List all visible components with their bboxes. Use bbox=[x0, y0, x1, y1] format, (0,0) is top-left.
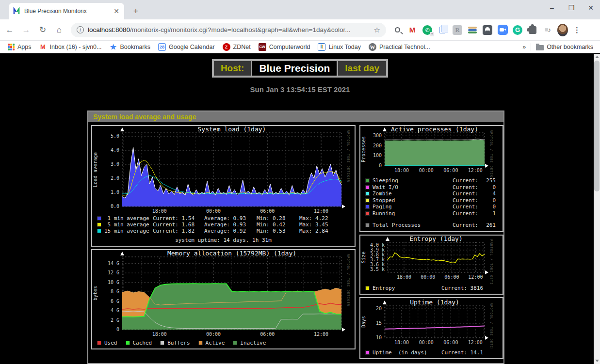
svg-text:00:00: 00:00 bbox=[421, 274, 435, 280]
url-host: localhost:8080 bbox=[88, 26, 130, 33]
svg-text:12:00: 12:00 bbox=[314, 332, 328, 337]
books-extension-icon[interactable] bbox=[467, 25, 478, 35]
svg-text:8 G: 8 G bbox=[111, 289, 119, 294]
address-bar[interactable]: i localhost:8080/monitorix-cgi/monitorix… bbox=[71, 23, 386, 37]
r-extension-icon[interactable]: R bbox=[452, 25, 463, 35]
bookmark-bookmarks[interactable]: ★Bookmarks bbox=[110, 43, 151, 51]
grammarly-extension-icon[interactable]: G bbox=[512, 25, 523, 35]
profile-avatar[interactable] bbox=[557, 25, 568, 35]
star-icon: ★ bbox=[110, 43, 117, 51]
media-queue-button[interactable]: ≡♪ bbox=[542, 25, 553, 35]
copy-pages-extension-icon[interactable] bbox=[437, 25, 448, 35]
svg-text:100: 100 bbox=[373, 153, 382, 158]
svg-text:Days: Days bbox=[361, 316, 366, 327]
wordpress-icon: W bbox=[369, 43, 376, 51]
bookmark-inbox[interactable]: MInbox (16) - sjvn0... bbox=[39, 43, 102, 51]
active-processes-graph[interactable]: 18:0000:0006:0012:000100200300Active pro… bbox=[360, 126, 502, 177]
section-title: System load average and usage bbox=[88, 111, 503, 122]
host-name[interactable]: Blue Precision bbox=[252, 61, 337, 76]
legend-row-1min: 1 min averageCurrent: 1.54Average: 0.93M… bbox=[92, 215, 355, 222]
pocket-extension-icon[interactable] bbox=[482, 25, 493, 35]
bookmark-practical-technology[interactable]: WPractical Technol... bbox=[369, 43, 430, 51]
window-minimize-button[interactable]: – bbox=[548, 4, 556, 12]
window-maximize-button[interactable]: ❒ bbox=[567, 4, 576, 12]
svg-text:0.0: 0.0 bbox=[111, 204, 119, 209]
svg-text:00:00: 00:00 bbox=[419, 168, 434, 173]
bookmark-google-calendar[interactable]: 28Google Calendar bbox=[158, 43, 215, 51]
swatch-buffers bbox=[160, 341, 164, 345]
memory-allocation-graph[interactable]: 18:0000:0006:0012:0002 G4 G6 G8 G10 G12 … bbox=[92, 250, 353, 338]
bookmark-computerworld[interactable]: CWComputerworld bbox=[259, 43, 310, 51]
bookmark-zdnet[interactable]: ZZDNet bbox=[223, 43, 251, 51]
scrollbar-thumb[interactable] bbox=[594, 61, 600, 191]
svg-text:18:00: 18:00 bbox=[152, 208, 167, 214]
other-bookmarks-folder[interactable]: Other bookmarks bbox=[536, 44, 593, 50]
page-date: Sun Jan 3 13:54:15 EST 2021 bbox=[0, 85, 600, 94]
back-button[interactable]: ← bbox=[3, 23, 16, 37]
svg-text:4.0: 4.0 bbox=[111, 147, 119, 153]
video-camera-icon bbox=[498, 25, 508, 35]
r-badge-icon: R bbox=[453, 25, 462, 35]
browser-tab[interactable]: Blue Precision Monitorix ✕ bbox=[9, 3, 124, 19]
copy-icon bbox=[439, 27, 445, 33]
svg-text:5.0: 5.0 bbox=[111, 133, 119, 139]
svg-text:14 G: 14 G bbox=[108, 261, 119, 266]
svg-text:12:00: 12:00 bbox=[468, 340, 483, 345]
proc-legend-total: Total ProcessesCurrent:261 bbox=[360, 222, 503, 229]
entropy-legend: Entropy Current: 3816 bbox=[360, 285, 503, 291]
scroll-up-button[interactable] bbox=[594, 54, 600, 60]
zoom-extension-icon[interactable] bbox=[497, 25, 508, 35]
grammarly-g-icon: G bbox=[513, 25, 522, 35]
gmail-extension-icon[interactable]: M bbox=[407, 25, 418, 35]
magnifier-icon bbox=[395, 27, 400, 32]
new-tab-button[interactable]: + bbox=[130, 6, 142, 17]
entropy-graph[interactable]: 18:0000:0006:0012:003.5 k3.6 k3.7 k3.8 k… bbox=[360, 236, 502, 284]
forward-button[interactable]: → bbox=[19, 23, 33, 37]
active-processes-panel: 18:0000:0006:0012:000100200300Active pro… bbox=[359, 125, 503, 232]
svg-text:Processes: Processes bbox=[361, 136, 366, 162]
entropy-panel: 18:0000:0006:0012:003.5 k3.6 k3.7 k3.8 k… bbox=[359, 235, 503, 295]
system-section-frame: System load average and usage 18:0000:00… bbox=[87, 111, 504, 364]
site-info-icon[interactable]: i bbox=[77, 26, 84, 33]
linux-today-icon: lt bbox=[318, 43, 325, 51]
folder-icon bbox=[536, 45, 544, 50]
computerworld-icon: CW bbox=[259, 43, 266, 51]
apps-grid-icon bbox=[8, 44, 15, 50]
svg-text:2 G: 2 G bbox=[111, 317, 119, 323]
extensions-puzzle-button[interactable] bbox=[527, 25, 538, 35]
browser-menu-button[interactable]: ⋮ bbox=[573, 26, 581, 34]
bookmarks-overflow-chevron[interactable]: » bbox=[522, 44, 526, 50]
page-scrollbar[interactable] bbox=[594, 54, 600, 364]
hangouts-extension-icon[interactable]: ✆? bbox=[422, 25, 433, 35]
svg-text:00:00: 00:00 bbox=[206, 332, 221, 337]
bookmark-linux-today[interactable]: ltLinux Today bbox=[318, 43, 361, 51]
svg-text:Entropy (1day): Entropy (1day) bbox=[409, 236, 463, 242]
url-text[interactable]: localhost:8080/monitorix-cgi/monitorix.c… bbox=[88, 26, 370, 33]
svg-text:Size: Size bbox=[361, 251, 366, 263]
proc-legend-waitio: Wait I/OCurrent:0 bbox=[360, 184, 503, 191]
system-load-graph[interactable]: 18:0000:0006:0012:000.01.02.03.04.05.0Sy… bbox=[92, 126, 353, 215]
svg-text:06:00: 06:00 bbox=[444, 274, 459, 280]
time-range-label[interactable]: last day bbox=[338, 61, 386, 76]
window-close-button[interactable]: ✕ bbox=[586, 4, 595, 12]
svg-text:10: 10 bbox=[376, 335, 382, 340]
bookmark-star-icon[interactable]: ☆ bbox=[374, 26, 380, 34]
svg-text:06:00: 06:00 bbox=[260, 332, 275, 337]
svg-text:Memory allocation (15792MB) (: Memory allocation (15792MB) (1day) bbox=[167, 250, 296, 257]
tab-close-icon[interactable]: ✕ bbox=[113, 7, 120, 15]
gmail-m-icon: M bbox=[409, 26, 416, 34]
uptime-panel: 18:0000:0006:0012:00101520Uptime (1day)D… bbox=[359, 297, 503, 359]
svg-text:Load average: Load average bbox=[93, 152, 98, 187]
uptime-graph[interactable]: 18:0000:0006:0012:00101520Uptime (1day)D… bbox=[360, 298, 502, 348]
svg-text:00:00: 00:00 bbox=[419, 340, 434, 345]
apps-shortcut[interactable]: Apps bbox=[8, 44, 32, 50]
scroll-down-button[interactable] bbox=[594, 358, 600, 364]
svg-text:RRDTOOL / TOBI OETIKER: RRDTOOL / TOBI OETIKER bbox=[346, 130, 350, 182]
home-button[interactable]: ⌂ bbox=[52, 23, 66, 37]
svg-text:06:00: 06:00 bbox=[260, 208, 275, 214]
host-label: Host: bbox=[214, 61, 251, 76]
reload-button[interactable]: ↻ bbox=[36, 23, 49, 37]
extensions-row: M ✆? R G ≡♪ ⋮ bbox=[392, 25, 584, 35]
svg-text:06:00: 06:00 bbox=[443, 168, 458, 173]
search-extension-icon[interactable] bbox=[392, 25, 403, 35]
